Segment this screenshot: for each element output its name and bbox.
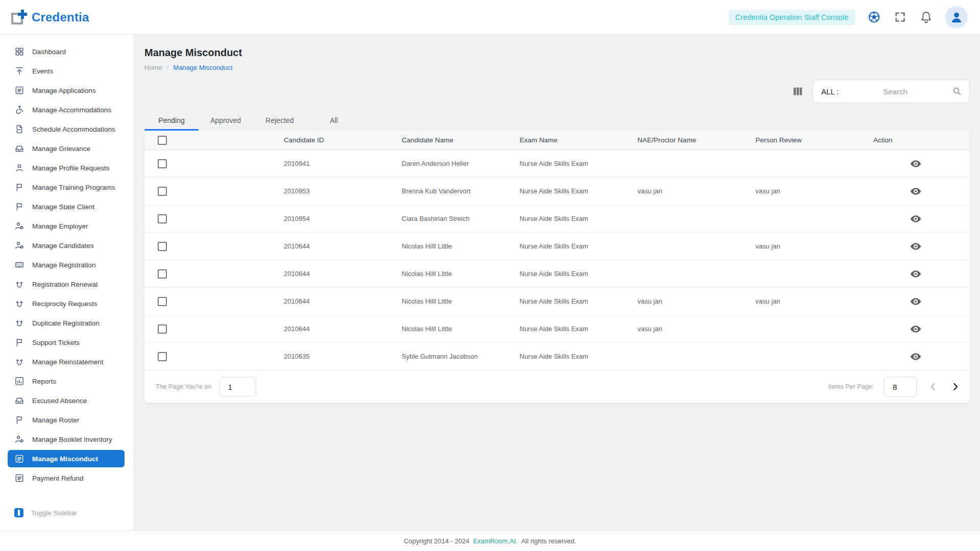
- cell-exam-name: Nurse Aide Skills Exam: [498, 325, 616, 333]
- cell-person-review: vasu jan: [734, 187, 852, 195]
- footer-copyright: Copyright 2014 - 2024: [404, 537, 470, 545]
- tab-all[interactable]: All: [307, 110, 361, 131]
- items-per-page-input[interactable]: [884, 377, 917, 397]
- page-number-input[interactable]: [219, 377, 256, 396]
- globe-icon[interactable]: [867, 10, 881, 24]
- search-box: ALL :: [813, 80, 970, 103]
- search-input[interactable]: [842, 87, 948, 96]
- sidebar-item-manage-roster[interactable]: Manage Roster: [8, 411, 125, 429]
- tab-label: Pending: [158, 116, 184, 124]
- document-icon: [14, 454, 24, 464]
- row-checkbox[interactable]: [158, 324, 167, 334]
- sidebar-item-manage-registration[interactable]: Manage Registration: [8, 256, 125, 273]
- items-per-page-label: Items Per Page:: [828, 383, 874, 390]
- sidebar-item-events[interactable]: Events: [8, 62, 125, 80]
- sidebar-item-label: Manage Training Programs: [32, 184, 115, 191]
- toggle-sidebar-icon: [14, 508, 23, 517]
- chart-icon: [14, 376, 24, 386]
- row-checkbox[interactable]: [158, 297, 167, 306]
- view-eye-icon[interactable]: [909, 212, 922, 226]
- row-checkbox[interactable]: [158, 187, 167, 196]
- user-icon: [949, 10, 964, 25]
- row-checkbox[interactable]: [158, 159, 167, 168]
- next-page-chevron-icon[interactable]: [949, 381, 962, 393]
- sidebar-item-manage-state-client[interactable]: Manage State Client: [8, 198, 125, 215]
- view-eye-icon[interactable]: [909, 295, 922, 308]
- row-checkbox[interactable]: [158, 242, 167, 251]
- notifications-bell-icon[interactable]: [919, 10, 933, 24]
- sidebar-item-excused-absence[interactable]: Excused Absence: [8, 392, 125, 409]
- cell-candidate-name: Ciara Bashirian Streich: [380, 215, 498, 222]
- tab-label: Rejected: [265, 116, 293, 124]
- cell-exam-name: Nurse Aide Skills Exam: [498, 353, 616, 360]
- sidebar-item-support-tickets[interactable]: Support Tickets: [8, 334, 125, 351]
- sidebar-item-label: Reports: [32, 378, 56, 385]
- search-scope-dropdown[interactable]: ALL :: [821, 87, 839, 96]
- sidebar-item-dashboard[interactable]: Dashboard: [8, 43, 125, 60]
- sidebar-item-manage-profile-requests[interactable]: Manage Profile Requests: [8, 159, 125, 177]
- repeat-icon: [14, 357, 24, 367]
- view-eye-icon[interactable]: [909, 157, 922, 170]
- page-number-label: The Page You're on: [156, 383, 211, 390]
- sidebar-item-duplicate-registration[interactable]: Duplicate Registration: [8, 314, 125, 332]
- footer-rights: All rights reserved.: [521, 537, 576, 545]
- tab-rejected[interactable]: Rejected: [253, 110, 307, 131]
- cell-exam-name: Nurse Aide Skills Exam: [498, 297, 616, 305]
- cell-exam-name: Nurse Aide Skills Exam: [498, 187, 616, 195]
- sidebar-item-registration-renewal[interactable]: Registration Renewal: [8, 276, 125, 293]
- row-checkbox[interactable]: [158, 352, 167, 361]
- select-all-checkbox[interactable]: [158, 136, 167, 145]
- sidebar-item-label: Manage Accommodations: [32, 106, 111, 114]
- logo-text: Credentia: [32, 10, 89, 24]
- sidebar-item-manage-employer[interactable]: Manage Employer: [8, 217, 125, 235]
- misconduct-table-card: Candidate ID Candidate Name Exam Name NA…: [144, 131, 970, 403]
- sidebar-item-label: Duplicate Registration: [32, 319, 100, 327]
- cell-nae-proctor-name: vasu jan: [616, 297, 734, 305]
- sidebar-item-manage-grievance[interactable]: Manage Grievance: [8, 140, 125, 157]
- sidebar-item-label: Payment Refund: [32, 474, 84, 482]
- sidebar-item-manage-misconduct[interactable]: Manage Misconduct: [8, 450, 125, 467]
- sidebar-item-schedule-accommodations[interactable]: Schedule Accommodations: [8, 120, 125, 138]
- document-icon: [14, 85, 24, 95]
- sidebar-item-reports[interactable]: Reports: [8, 372, 125, 390]
- view-eye-icon[interactable]: [909, 322, 922, 336]
- breadcrumb-current[interactable]: Manage Misconduct: [173, 64, 232, 71]
- avatar[interactable]: [945, 6, 968, 29]
- tab-approved[interactable]: Approved: [199, 110, 253, 131]
- row-checkbox[interactable]: [158, 214, 167, 223]
- table-row: 2010635 Syble Gutmann Jacobson Nurse Aid…: [144, 343, 970, 370]
- view-eye-icon[interactable]: [909, 240, 922, 253]
- cell-candidate-name: Nicolas Hilll Little: [380, 242, 498, 250]
- logo[interactable]: Credentia: [10, 9, 89, 26]
- dashboard-icon: [14, 46, 24, 57]
- main-content: Manage Misconduct Home / Manage Miscondu…: [134, 35, 980, 531]
- tab-label: Approved: [210, 116, 241, 124]
- sidebar-item-manage-applications[interactable]: Manage Applications: [8, 82, 125, 99]
- sidebar-item-manage-candidates[interactable]: Manage Candidates: [8, 237, 125, 254]
- accessibility-icon: [14, 105, 24, 115]
- sidebar-item-label: Manage Registration: [32, 261, 96, 269]
- tab-pending[interactable]: Pending: [144, 110, 199, 131]
- document-icon: [14, 473, 24, 483]
- sidebar-item-reciprocity-requests[interactable]: Reciprocity Requests: [8, 295, 125, 312]
- sidebar-item-manage-reinstatement[interactable]: Manage Reinstatement: [8, 353, 125, 370]
- previous-page-chevron-icon[interactable]: [927, 381, 939, 393]
- row-checkbox[interactable]: [158, 269, 167, 279]
- fullscreen-icon[interactable]: [893, 10, 907, 24]
- sidebar-item-manage-accommodations[interactable]: Manage Accommodations: [8, 101, 125, 118]
- breadcrumb-home[interactable]: Home: [144, 64, 162, 71]
- sidebar-item-manage-training-programs[interactable]: Manage Training Programs: [8, 179, 125, 196]
- sidebar-item-label: Support Tickets: [32, 339, 80, 346]
- view-eye-icon[interactable]: [909, 185, 922, 198]
- cell-candidate-id: 2010941: [262, 160, 380, 167]
- footer-brand-link[interactable]: ExamRoom.AI.: [473, 537, 518, 545]
- view-eye-icon[interactable]: [909, 267, 922, 281]
- sidebar-item-manage-booklet-inventory[interactable]: Manage Booklet Inventory: [8, 431, 125, 448]
- sidebar-item-payment-refund[interactable]: Payment Refund: [8, 469, 125, 487]
- cell-candidate-name: Daren Anderson Heller: [380, 160, 498, 167]
- toggle-sidebar-button[interactable]: Toggle Sidebar: [8, 504, 125, 521]
- columns-icon[interactable]: [791, 85, 804, 98]
- cell-candidate-id: 2010644: [262, 242, 380, 250]
- search-icon[interactable]: [951, 86, 963, 97]
- view-eye-icon[interactable]: [909, 350, 922, 363]
